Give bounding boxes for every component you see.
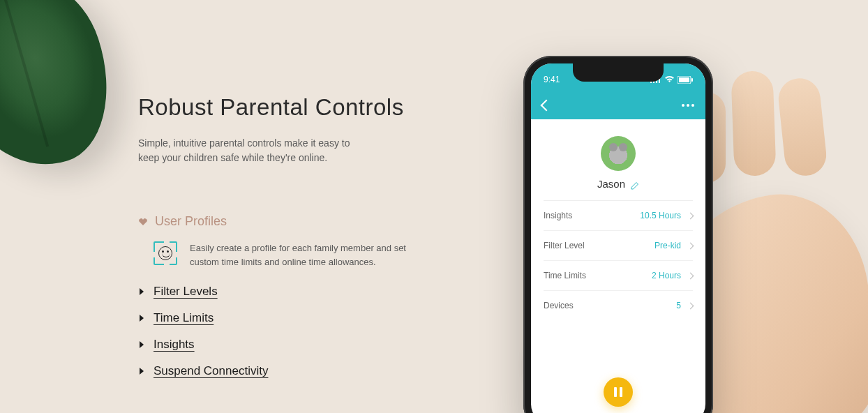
- page-title: Robust Parental Controls: [138, 94, 431, 121]
- phone-screen: 9:41 Jason: [531, 63, 705, 413]
- phone-preview-area: 9:41 Jason: [447, 35, 851, 413]
- feature-label: Time Limits: [154, 311, 214, 325]
- feature-label: User Profiles: [155, 214, 227, 229]
- svg-rect-6: [691, 78, 693, 82]
- chevron-right-icon: [138, 287, 147, 296]
- back-button[interactable]: [541, 100, 553, 112]
- feature-detail-user-profiles: Easily create a profile for each family …: [154, 241, 431, 269]
- chevron-right-icon: [687, 302, 694, 309]
- row-label: Time Limits: [544, 271, 586, 280]
- row-insights[interactable]: Insights 10.5 Hours: [544, 200, 693, 230]
- row-time-limits[interactable]: Time Limits 2 Hours: [544, 260, 693, 290]
- row-value: 10.5 Hours: [640, 211, 681, 220]
- row-value: Pre-kid: [654, 241, 681, 250]
- pause-button[interactable]: [604, 377, 633, 407]
- chevron-right-icon: [687, 212, 694, 219]
- more-menu-button[interactable]: [682, 104, 694, 107]
- battery-icon: [678, 76, 693, 84]
- feature-item-user-profiles[interactable]: User Profiles: [138, 214, 431, 229]
- profile-scan-icon: [154, 241, 177, 265]
- row-value: 5: [676, 301, 681, 310]
- row-filter-level[interactable]: Filter Level Pre-kid: [544, 230, 693, 260]
- feature-detail-text: Easily create a profile for each family …: [190, 241, 413, 269]
- profile-rows: Insights 10.5 Hours Filter Level Pre-kid…: [531, 200, 705, 320]
- wifi-icon: [664, 76, 675, 83]
- leaf-decoration: [0, 0, 131, 186]
- feature-label: Filter Levels: [154, 285, 218, 299]
- row-devices[interactable]: Devices 5: [544, 290, 693, 320]
- chevron-right-icon: [138, 367, 147, 375]
- row-label: Insights: [544, 211, 572, 220]
- profile-name: Jason: [597, 178, 625, 190]
- profile-header: Jason: [531, 119, 705, 200]
- edit-icon[interactable]: [631, 180, 639, 188]
- row-label: Filter Level: [544, 241, 585, 250]
- feature-item-time-limits[interactable]: Time Limits: [138, 311, 431, 325]
- phone-notch: [573, 63, 664, 82]
- feature-list: User Profiles Easily create a profile fo…: [138, 214, 431, 378]
- app-nav-bar: [531, 91, 705, 119]
- feature-label: Insights: [154, 338, 195, 352]
- smiley-icon: [158, 246, 172, 260]
- status-time: 9:41: [544, 75, 560, 84]
- chevron-right-icon: [138, 314, 147, 322]
- chevron-right-icon: [138, 340, 147, 349]
- content-column: Robust Parental Controls Simple, intuiti…: [138, 94, 431, 391]
- svg-rect-5: [679, 77, 689, 82]
- feature-item-suspend-connectivity[interactable]: Suspend Connectivity: [138, 364, 431, 378]
- heart-icon: [138, 218, 148, 226]
- chevron-right-icon: [687, 272, 694, 279]
- feature-label: Suspend Connectivity: [154, 364, 268, 378]
- row-value: 2 Hours: [652, 271, 681, 280]
- feature-item-insights[interactable]: Insights: [138, 338, 431, 352]
- profile-name-row: Jason: [597, 178, 639, 190]
- chevron-right-icon: [687, 242, 694, 249]
- row-label: Devices: [544, 301, 574, 310]
- avatar[interactable]: [601, 136, 636, 171]
- feature-item-filter-levels[interactable]: Filter Levels: [138, 285, 431, 299]
- phone-device-frame: 9:41 Jason: [523, 56, 713, 413]
- page-subtitle: Simple, intuitive parental controls make…: [138, 136, 368, 165]
